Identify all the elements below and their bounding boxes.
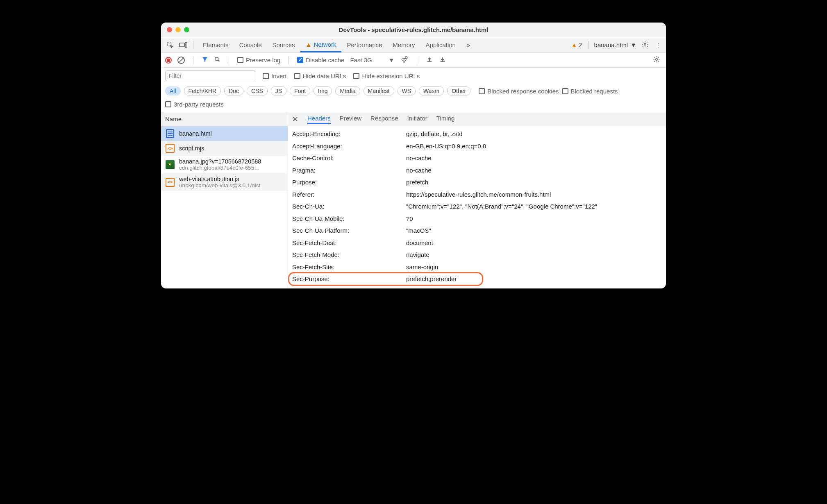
- blocked-requests-checkbox[interactable]: Blocked requests: [562, 88, 618, 95]
- request-row[interactable]: banana.jpg?v=1705668720588cdn.glitch.glo…: [161, 156, 288, 173]
- type-pill-font[interactable]: Font: [290, 86, 310, 95]
- type-pill-manifest[interactable]: Manifest: [364, 86, 394, 95]
- header-value: en-GB,en-US;q=0.9,en;q=0.8: [406, 141, 662, 152]
- type-pill-doc[interactable]: Doc: [224, 86, 243, 95]
- type-pill-media[interactable]: Media: [335, 86, 360, 95]
- preserve-log-label: Preserve log: [246, 57, 280, 64]
- checkbox-icon: [263, 73, 269, 79]
- panel-tab-sources[interactable]: Sources: [267, 37, 300, 52]
- settings-gear-icon[interactable]: [640, 41, 650, 49]
- preserve-log-checkbox[interactable]: Preserve log: [237, 57, 280, 64]
- header-value: "macOS": [406, 225, 662, 236]
- type-pill-fetchxhr[interactable]: Fetch/XHR: [184, 86, 221, 95]
- hide-ext-urls-label: Hide extension URLs: [362, 73, 420, 79]
- request-name: script.mjs: [179, 145, 204, 152]
- inspect-element-icon[interactable]: [164, 39, 176, 51]
- panel-tab-memory[interactable]: Memory: [387, 37, 420, 52]
- warnings-indicator[interactable]: ▲ 2: [571, 41, 582, 48]
- header-name: Accept-Language:: [292, 141, 406, 152]
- panel-tab-network[interactable]: ▲Network: [300, 37, 342, 52]
- header-name: Sec-Fetch-Mode:: [292, 250, 406, 260]
- panel-tab-application[interactable]: Application: [420, 37, 461, 52]
- type-pill-css[interactable]: CSS: [247, 86, 268, 95]
- filter-toggle-icon[interactable]: [202, 56, 208, 64]
- third-party-label: 3rd-party requests: [174, 101, 224, 108]
- clear-button[interactable]: [177, 57, 185, 64]
- tab-label: Sources: [273, 41, 295, 48]
- request-name: web-vitals.attribution.js: [179, 176, 260, 182]
- request-name: banana.jpg?v=1705668720588: [179, 158, 261, 165]
- detail-tabs: ✕ HeadersPreviewResponseInitiatorTiming: [288, 112, 666, 126]
- warning-icon: ▲: [571, 41, 577, 48]
- network-conditions-icons: [400, 56, 446, 64]
- warning-count: 2: [579, 41, 582, 48]
- header-row: Sec-Ch-Ua-Mobile:?0: [291, 213, 663, 225]
- checkbox-icon: [297, 57, 303, 63]
- header-row: Pragma:no-cache: [291, 164, 663, 177]
- download-har-icon[interactable]: [439, 56, 446, 64]
- type-pill-other[interactable]: Other: [447, 86, 470, 95]
- network-toolbar: Preserve log Disable cache Fast 3G ▼: [161, 53, 666, 68]
- panel-tab-console[interactable]: Console: [234, 37, 267, 52]
- header-value: https://speculative-rules.glitch.me/comm…: [406, 189, 662, 200]
- header-value: prefetch: [406, 177, 662, 188]
- type-pill-all[interactable]: All: [165, 86, 181, 95]
- header-row: Sec-Ch-Ua-Platform:"macOS": [291, 225, 663, 237]
- svg-point-7: [656, 59, 658, 61]
- header-value: same-origin: [406, 262, 662, 272]
- target-selector[interactable]: banana.html ▼: [594, 41, 636, 48]
- device-toggle-icon[interactable]: [177, 39, 189, 51]
- kebab-menu-icon[interactable]: ⋮: [654, 42, 663, 48]
- upload-har-icon[interactable]: [426, 56, 433, 64]
- titlebar: DevTools - speculative-rules.glitch.me/b…: [161, 23, 666, 37]
- detail-tab-timing[interactable]: Timing: [436, 115, 454, 124]
- header-name: Cache-Control:: [292, 153, 406, 163]
- hide-extension-urls-checkbox[interactable]: Hide extension URLs: [353, 73, 420, 79]
- name-column-header[interactable]: Name: [161, 112, 288, 126]
- invert-label: Invert: [271, 73, 287, 79]
- hide-data-urls-checkbox[interactable]: Hide data URLs: [294, 73, 346, 79]
- type-pill-wasm[interactable]: Wasm: [419, 86, 444, 95]
- request-row[interactable]: <>script.mjs: [161, 141, 288, 156]
- script-icon: <>: [165, 177, 175, 187]
- throttling-label: Fast 3G: [350, 57, 372, 64]
- throttling-selector[interactable]: Fast 3G ▼: [350, 57, 394, 64]
- record-button[interactable]: [165, 57, 172, 64]
- header-value: no-cache: [406, 153, 662, 163]
- document-icon: [165, 129, 175, 138]
- request-row[interactable]: <>web-vitals.attribution.jsunpkg.com/web…: [161, 173, 288, 191]
- checkbox-icon: [165, 101, 171, 107]
- blocked-response-cookies-checkbox[interactable]: Blocked response cookies: [479, 88, 559, 95]
- third-party-checkbox[interactable]: 3rd-party requests: [165, 101, 662, 108]
- chevron-down-icon: ▼: [389, 57, 395, 64]
- type-pill-js[interactable]: JS: [271, 86, 286, 95]
- search-icon[interactable]: [214, 56, 220, 64]
- invert-checkbox[interactable]: Invert: [263, 73, 287, 79]
- type-pill-img[interactable]: Img: [314, 86, 332, 95]
- disable-cache-checkbox[interactable]: Disable cache: [297, 57, 344, 64]
- separator: [417, 56, 417, 64]
- header-name: Sec-Ch-Ua:: [292, 201, 406, 212]
- header-value: "Chromium";v="122", "Not(A:Brand";v="24"…: [406, 201, 662, 212]
- more-tabs-icon[interactable]: »: [463, 42, 474, 48]
- close-detail-icon[interactable]: ✕: [292, 115, 298, 124]
- header-value: prefetch;prerender: [406, 274, 662, 284]
- checkbox-icon: [294, 73, 300, 79]
- tabbar-right: ▲ 2 banana.html ▼ ⋮: [571, 41, 663, 49]
- request-text: banana.jpg?v=1705668720588cdn.glitch.glo…: [179, 158, 261, 171]
- network-settings-gear-icon[interactable]: [651, 56, 662, 64]
- panel-tab-performance[interactable]: Performance: [341, 37, 387, 52]
- detail-tab-initiator[interactable]: Initiator: [407, 115, 427, 124]
- network-conditions-icon[interactable]: [400, 56, 408, 64]
- filter-input[interactable]: [165, 70, 255, 81]
- type-pill-ws[interactable]: WS: [398, 86, 416, 95]
- svg-point-6: [405, 57, 407, 59]
- disable-cache-label: Disable cache: [306, 57, 344, 64]
- panel-tab-elements[interactable]: Elements: [198, 37, 234, 52]
- detail-tab-headers[interactable]: Headers: [307, 115, 331, 124]
- headers-list[interactable]: Accept-Encoding:gzip, deflate, br, zstdA…: [288, 126, 666, 288]
- request-list-pane: Name banana.html<>script.mjsbanana.jpg?v…: [161, 112, 288, 288]
- detail-tab-preview[interactable]: Preview: [340, 115, 361, 124]
- detail-tab-response[interactable]: Response: [370, 115, 398, 124]
- request-row[interactable]: banana.html: [161, 126, 288, 141]
